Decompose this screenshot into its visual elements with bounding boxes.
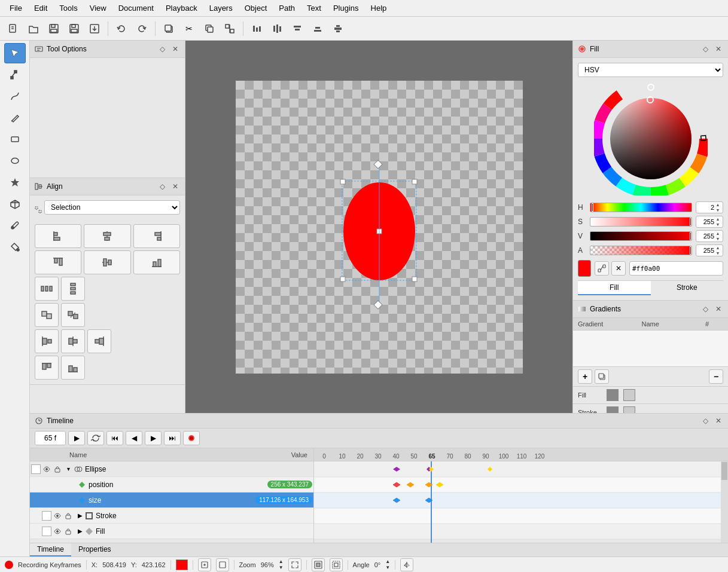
copy-button[interactable]	[200, 20, 219, 38]
a-up[interactable]: ▲	[714, 245, 721, 250]
exchange-positions-btn[interactable]	[61, 303, 85, 327]
align-left-edges-btn[interactable]	[35, 224, 81, 248]
align-extra5-btn[interactable]	[61, 356, 85, 380]
align-extra1-btn[interactable]	[35, 329, 59, 353]
duplicate-gradient-btn[interactable]	[595, 369, 609, 384]
h-down[interactable]: ▼	[714, 207, 721, 213]
gradients-float[interactable]: ◇	[700, 304, 710, 314]
fill-row-lock-icon[interactable]	[63, 527, 73, 536]
node-align2[interactable]	[267, 20, 287, 38]
bezier-tool[interactable]	[4, 86, 26, 106]
timeline-scrollbar-thumb[interactable]	[721, 462, 727, 480]
properties-tab[interactable]: Properties	[71, 543, 118, 556]
main-canvas[interactable]	[236, 81, 523, 374]
align-extra2-btn[interactable]	[61, 329, 85, 353]
fill-tab[interactable]: Fill	[578, 281, 651, 295]
stroke-tab[interactable]: Stroke	[651, 281, 724, 295]
open-button[interactable]	[24, 20, 43, 38]
h-up[interactable]: ▲	[714, 202, 721, 207]
canvas-container[interactable]	[185, 41, 572, 413]
menu-path[interactable]: Path	[274, 2, 300, 14]
menu-edit[interactable]: Edit	[29, 2, 52, 14]
h-slider[interactable]	[590, 203, 692, 212]
menu-document[interactable]: Document	[114, 2, 159, 14]
v-up[interactable]: ▲	[714, 231, 721, 236]
ellipse-eye-icon[interactable]	[42, 464, 51, 474]
menu-plugins[interactable]: Plugins	[328, 2, 364, 14]
align-distribute-button[interactable]	[220, 20, 239, 38]
v-down[interactable]: ▼	[714, 236, 721, 241]
fit-drawing-btn[interactable]	[312, 558, 325, 571]
fill-row[interactable]: ▶ Fill	[30, 524, 313, 539]
position-row[interactable]: position 256 x 343.237	[30, 477, 313, 493]
stroke-row[interactable]: ▶ Stroke	[30, 508, 313, 524]
loop-btn[interactable]	[87, 431, 104, 445]
s-slider[interactable]	[590, 217, 692, 227]
h-number[interactable]	[697, 204, 714, 211]
star-tool[interactable]	[4, 172, 26, 192]
s-value-input[interactable]: ▲ ▼	[696, 216, 723, 228]
ellipse-expand[interactable]: ▾	[67, 466, 74, 472]
ellipse-visibility-check[interactable]	[31, 464, 41, 474]
node-align5[interactable]	[328, 20, 348, 38]
align-extra3-btn[interactable]	[87, 329, 111, 353]
menu-layers[interactable]: Layers	[205, 2, 237, 14]
align-close[interactable]: ✕	[170, 182, 180, 191]
rectangle-tool[interactable]	[4, 129, 26, 149]
duplicate-button[interactable]	[159, 20, 178, 38]
align-right-edges-btn[interactable]	[133, 224, 180, 248]
menu-file[interactable]: File	[5, 2, 27, 14]
menu-tools[interactable]: Tools	[54, 2, 82, 14]
s-up[interactable]: ▲	[714, 216, 721, 222]
fill-float[interactable]: ◇	[700, 44, 710, 54]
size-value[interactable]: 117.126 x 164.953	[255, 496, 312, 504]
save-as-button[interactable]	[65, 20, 84, 38]
pencil-tool[interactable]	[4, 108, 26, 128]
timeline-tab[interactable]: Timeline	[30, 543, 71, 556]
align-bottom-edges-btn[interactable]	[133, 250, 180, 274]
node-align3[interactable]	[288, 20, 307, 38]
node-align4[interactable]	[308, 20, 327, 38]
gradients-close[interactable]: ✕	[714, 304, 723, 314]
relative-to-select[interactable]: Selection	[44, 200, 180, 215]
first-frame-btn[interactable]: ⏮	[106, 431, 123, 445]
gradients-header[interactable]: Gradients ◇ ✕	[573, 301, 728, 318]
zoom-up[interactable]: ▲	[279, 559, 284, 564]
a-value-input[interactable]: ▲ ▼	[696, 244, 723, 256]
fill-gradient-swatch2[interactable]	[623, 389, 635, 401]
zoom-down[interactable]: ▼	[279, 565, 284, 570]
color-picker-btn[interactable]	[595, 261, 609, 276]
fill-close[interactable]: ✕	[714, 44, 723, 54]
align-header[interactable]: Align ◇ ✕	[30, 178, 185, 195]
align-float[interactable]: ◇	[157, 182, 167, 191]
last-frame-btn[interactable]: ⏭	[164, 431, 181, 445]
color-wheel-svg[interactable]	[594, 82, 708, 195]
node-align1[interactable]	[247, 20, 266, 38]
fill-visibility-check[interactable]	[42, 527, 51, 536]
ellipse-row[interactable]: ▾ Ellipse	[30, 461, 313, 477]
make-horiz-gaps-btn[interactable]	[35, 277, 59, 301]
fill-row-expand[interactable]: ▶	[78, 528, 85, 534]
add-gradient-btn[interactable]: +	[578, 369, 592, 384]
s-number[interactable]	[697, 218, 714, 225]
align-top-edges-btn[interactable]	[35, 250, 81, 274]
save-button[interactable]	[44, 20, 63, 38]
fill-row-eye-icon[interactable]	[53, 527, 62, 536]
a-down[interactable]: ▼	[714, 250, 721, 256]
ellipse-lock-icon[interactable]	[53, 464, 62, 474]
stroke-eye-icon[interactable]	[53, 511, 62, 521]
remove-overlap-btn[interactable]	[35, 303, 59, 327]
center-vert-axis-btn[interactable]	[84, 224, 130, 248]
menu-object[interactable]: Object	[240, 2, 272, 14]
record-btn[interactable]	[183, 431, 200, 445]
delete-color-btn[interactable]: ✕	[611, 261, 626, 276]
a-number[interactable]	[697, 247, 714, 254]
fit-page-btn[interactable]	[198, 558, 211, 571]
hex-input[interactable]	[629, 261, 723, 276]
cut-button[interactable]: ✂	[179, 20, 199, 38]
position-value[interactable]: 256 x 343.237	[267, 481, 312, 488]
export-button[interactable]	[85, 20, 104, 38]
angle-up[interactable]: ▲	[385, 559, 390, 564]
s-down[interactable]: ▼	[714, 222, 721, 227]
dropper-tool[interactable]	[4, 215, 26, 235]
